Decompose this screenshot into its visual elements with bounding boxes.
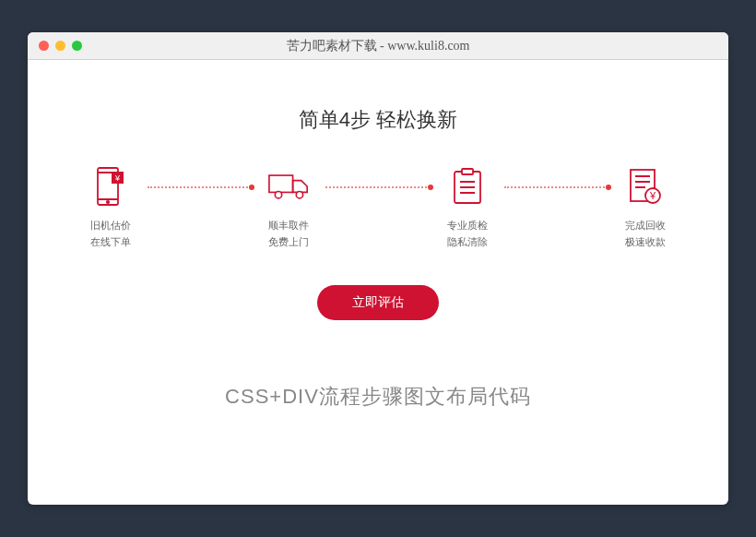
maximize-icon[interactable] [72, 41, 82, 51]
step-line2: 在线下单 [90, 234, 131, 251]
truck-icon [268, 166, 309, 207]
phone-price-icon: ¥ [90, 166, 131, 207]
page-caption: CSS+DIV流程步骤图文布局代码 [46, 383, 710, 411]
svg-point-3 [107, 201, 109, 203]
step-label: 旧机估价 在线下单 [90, 218, 131, 250]
step-line1: 旧机估价 [90, 218, 131, 234]
svg-point-8 [297, 192, 303, 198]
step-connector [504, 186, 608, 188]
content-area: 简单4步 轻松换新 ¥ 旧机估价 在线下单 [28, 60, 728, 411]
browser-window: 苦力吧素材下载 - www.kuli8.com 简单4步 轻松换新 ¥ [28, 32, 728, 505]
clipboard-icon [447, 166, 488, 207]
step-line1: 顺丰取件 [268, 218, 309, 234]
step-label: 专业质检 隐私清除 [447, 218, 488, 250]
step-connector [148, 186, 252, 188]
step-line1: 专业质检 [447, 218, 488, 234]
step-line2: 极速收款 [625, 234, 666, 251]
step-line1: 完成回收 [625, 218, 666, 234]
step-item: ¥ 旧机估价 在线下单 [74, 166, 148, 250]
svg-rect-10 [462, 169, 473, 174]
step-item: 专业质检 隐私清除 [431, 166, 504, 250]
step-item: ¥ 完成回收 极速收款 [608, 166, 682, 250]
step-label: 顺丰取件 免费上门 [268, 218, 309, 250]
page-heading: 简单4步 轻松换新 [46, 106, 710, 134]
svg-text:¥: ¥ [649, 190, 656, 201]
minimize-icon[interactable] [55, 41, 65, 51]
traffic-lights [28, 41, 82, 51]
svg-point-7 [276, 192, 282, 198]
evaluate-button[interactable]: 立即评估 [317, 285, 439, 320]
step-line2: 免费上门 [268, 234, 309, 251]
titlebar: 苦力吧素材下载 - www.kuli8.com [28, 32, 728, 60]
window-title: 苦力吧素材下载 - www.kuli8.com [28, 38, 728, 54]
step-line2: 隐私清除 [447, 234, 488, 251]
step-connector [325, 186, 430, 188]
svg-rect-6 [269, 175, 293, 192]
svg-text:¥: ¥ [114, 173, 121, 183]
cta-area: 立即评估 [46, 285, 710, 320]
receipt-money-icon: ¥ [625, 166, 666, 207]
step-label: 完成回收 极速收款 [625, 218, 666, 250]
steps-row: ¥ 旧机估价 在线下单 [46, 166, 710, 250]
step-item: 顺丰取件 免费上门 [252, 166, 325, 250]
close-icon[interactable] [39, 41, 49, 51]
